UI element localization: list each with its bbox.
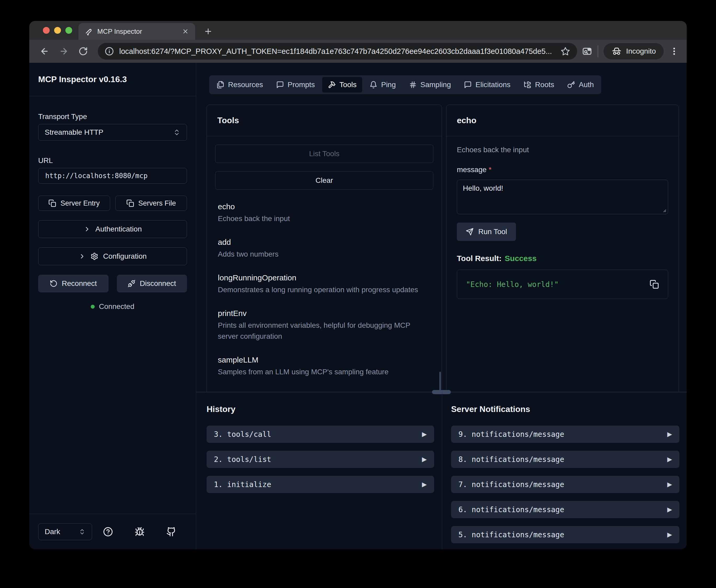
expand-caret-icon: ▶ xyxy=(667,430,672,438)
tab-sampling[interactable]: Sampling xyxy=(403,77,457,92)
url-text[interactable]: localhost:6274/?MCP_PROXY_AUTH_TOKEN=ec1… xyxy=(119,47,555,56)
browser-tab[interactable]: MCP Inspector xyxy=(79,23,195,40)
chevron-right-icon xyxy=(83,226,91,233)
tab-close-icon[interactable] xyxy=(182,28,189,35)
chevron-right-icon xyxy=(79,253,86,260)
forward-button[interactable] xyxy=(57,44,71,59)
notification-row[interactable]: 5. notifications/message ▶ xyxy=(451,526,679,543)
zoom-window-button[interactable] xyxy=(65,27,72,34)
tab-prompts[interactable]: Prompts xyxy=(270,77,321,92)
reconnect-button[interactable]: Reconnect xyxy=(38,275,109,292)
scrollbar-thumb[interactable] xyxy=(439,372,441,392)
back-button[interactable] xyxy=(37,44,52,59)
github-icon[interactable] xyxy=(166,527,176,537)
message-square-icon xyxy=(276,81,284,89)
tab-resources[interactable]: Resources xyxy=(211,77,269,92)
tab-elicitations[interactable]: Elicitations xyxy=(458,77,516,92)
files-icon xyxy=(217,81,224,89)
tool-description: Demonstrates a long running operation wi… xyxy=(218,284,431,295)
browser-menu-icon[interactable] xyxy=(670,46,679,56)
tool-list-item[interactable]: printEnv Prints all environment variable… xyxy=(218,309,431,342)
chevrons-up-down-icon xyxy=(79,528,86,535)
theme-select[interactable]: Dark xyxy=(38,523,92,540)
tool-list-item[interactable]: echo Echoes back the input xyxy=(218,202,431,224)
servers-file-label: Servers File xyxy=(138,199,176,207)
servers-file-button[interactable]: Servers File xyxy=(115,196,187,211)
notification-row[interactable]: 6. notifications/message ▶ xyxy=(451,501,679,518)
notification-row-label: 7. notifications/message xyxy=(458,480,667,489)
tab-label: Sampling xyxy=(420,81,451,89)
history-row[interactable]: 2. tools/list ▶ xyxy=(207,451,434,468)
expand-caret-icon: ▶ xyxy=(422,481,427,488)
rotate-ccw-icon xyxy=(50,280,58,288)
bell-icon xyxy=(369,81,377,89)
list-tools-button[interactable]: List Tools xyxy=(215,145,433,163)
hammer-icon xyxy=(328,81,336,89)
key-icon xyxy=(567,81,575,89)
run-tool-button[interactable]: Run Tool xyxy=(457,223,516,241)
main-content: Resources Prompts Tools xyxy=(196,63,687,549)
message-input[interactable]: Hello, world! xyxy=(457,180,668,214)
notification-row-label: 8. notifications/message xyxy=(458,455,667,464)
gear-icon xyxy=(90,252,98,260)
history-row[interactable]: 3. tools/call ▶ xyxy=(207,425,434,443)
notification-row[interactable]: 8. notifications/message ▶ xyxy=(451,451,679,468)
close-window-button[interactable] xyxy=(43,27,50,34)
authentication-toggle[interactable]: Authentication xyxy=(38,220,187,238)
bookmark-star-icon[interactable] xyxy=(560,46,570,56)
clear-tools-button[interactable]: Clear xyxy=(215,171,433,190)
configuration-toggle[interactable]: Configuration xyxy=(38,248,187,265)
resize-grip-icon[interactable] xyxy=(661,207,667,213)
notification-row-label: 9. notifications/message xyxy=(458,430,667,439)
history-row[interactable]: 1. initialize ▶ xyxy=(207,476,434,493)
new-tab-button[interactable] xyxy=(202,25,214,38)
transport-type-select[interactable]: Streamable HTTP xyxy=(38,124,187,141)
expand-caret-icon: ▶ xyxy=(667,506,672,513)
tool-name: echo xyxy=(218,202,431,211)
minimize-window-button[interactable] xyxy=(54,27,61,34)
history-row-label: 1. initialize xyxy=(214,480,422,489)
tool-list-item[interactable]: longRunningOperation Demonstrates a long… xyxy=(218,273,431,295)
tool-runner-panel: echo Echoes back the input message* Hell… xyxy=(446,105,679,392)
folder-tree-icon xyxy=(523,81,531,89)
sidebar-footer: Dark xyxy=(29,514,196,549)
window-controls xyxy=(43,27,72,34)
tab-label: Prompts xyxy=(288,81,315,89)
tool-result-box: "Echo: Hello, world!" xyxy=(457,270,668,299)
copy-result-icon[interactable] xyxy=(650,280,659,289)
toolbar-separator xyxy=(598,45,598,57)
help-icon[interactable] xyxy=(103,527,113,537)
bug-icon[interactable] xyxy=(135,527,145,537)
history-title: History xyxy=(207,404,434,414)
notification-row[interactable]: 7. notifications/message ▶ xyxy=(451,476,679,493)
tab-tools[interactable]: Tools xyxy=(322,77,362,92)
tool-description: Adds two numbers xyxy=(218,249,431,260)
server-entry-label: Server Entry xyxy=(60,199,100,207)
transport-type-value: Streamable HTTP xyxy=(45,128,173,136)
expand-caret-icon: ▶ xyxy=(422,456,427,463)
tab-ping[interactable]: Ping xyxy=(364,77,402,92)
reload-button[interactable] xyxy=(76,44,90,59)
tool-list-item[interactable]: sampleLLM Samples from an LLM using MCP'… xyxy=(218,355,431,377)
tab-label: Resources xyxy=(228,81,263,89)
notification-row[interactable]: 9. notifications/message ▶ xyxy=(451,425,679,443)
reconnect-label: Reconnect xyxy=(62,279,97,288)
tool-list-item[interactable]: add Adds two numbers xyxy=(218,238,431,260)
tab-label: Tools xyxy=(340,81,356,89)
message-square-icon xyxy=(464,81,472,89)
incognito-badge: Incognito xyxy=(604,43,664,59)
browser-toolbar: localhost:6274/?MCP_PROXY_AUTH_TOKEN=ec1… xyxy=(29,40,687,63)
copy-icon xyxy=(48,199,56,207)
address-bar[interactable]: localhost:6274/?MCP_PROXY_AUTH_TOKEN=ec1… xyxy=(98,43,577,60)
sidebar: MCP Inspector v0.16.3 Transport Type Str… xyxy=(29,63,196,549)
server-entry-button[interactable]: Server Entry xyxy=(38,196,110,211)
tab-roots[interactable]: Roots xyxy=(518,77,560,92)
disconnect-button[interactable]: Disconnect xyxy=(117,275,187,292)
hash-icon xyxy=(409,81,417,89)
tab-auth[interactable]: Auth xyxy=(561,77,600,92)
server-url-input[interactable] xyxy=(38,168,187,184)
site-info-icon[interactable] xyxy=(105,46,114,56)
sidebar-header: MCP Inspector v0.16.3 xyxy=(29,63,196,96)
history-row-label: 2. tools/list xyxy=(214,455,422,464)
search-tabs-icon[interactable] xyxy=(582,46,592,57)
